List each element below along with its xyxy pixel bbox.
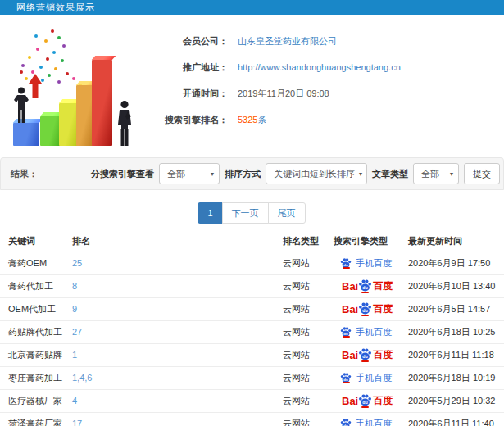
sort-filter-label: 排序方式 bbox=[225, 168, 261, 180]
engine-cell: Bai du 百度 bbox=[325, 389, 400, 412]
company-name-link[interactable]: 山东皇圣堂药业有限公司 bbox=[238, 35, 337, 48]
field-open-time: 开通时间： 2019年11月20日 09:08 bbox=[149, 80, 496, 106]
confetti-dot bbox=[66, 72, 69, 75]
engine-label: 百度 bbox=[373, 394, 393, 408]
engine-label: 手机百度 bbox=[356, 418, 392, 426]
confetti-dot bbox=[39, 66, 43, 69]
confetti-dot bbox=[57, 36, 61, 39]
engine-label: 百度 bbox=[373, 348, 393, 362]
keyword-cell: 膏药代加工 bbox=[0, 274, 64, 297]
baidu-redline-icon bbox=[361, 292, 369, 293]
confetti-dot bbox=[28, 56, 31, 59]
rank-link[interactable]: 1 bbox=[64, 343, 275, 366]
svg-text:du: du bbox=[362, 354, 367, 359]
rank-type-cell: 云网站 bbox=[275, 252, 325, 274]
rank-link[interactable]: 1,4,6 bbox=[64, 366, 275, 389]
field-url: 推广地址： http://www.shandonghuangshengtang.… bbox=[149, 54, 496, 80]
caret-down-icon: ▾ bbox=[359, 170, 362, 178]
engine-label: 百度 bbox=[373, 302, 393, 316]
mobile-baidu-logo: du 手机百度 bbox=[330, 372, 400, 384]
confetti-dot bbox=[57, 80, 61, 84]
baidu-paw-icon: du bbox=[340, 418, 352, 426]
confetti-dot bbox=[52, 51, 56, 54]
field-label: 推广地址： bbox=[149, 61, 228, 74]
company-info: 会员公司： 山东皇圣堂药业有限公司 推广地址： http://www.shand… bbox=[149, 23, 496, 156]
engine-cell: Bai du 百度 bbox=[325, 297, 400, 320]
pagination-next-button[interactable]: 下一页 bbox=[222, 202, 269, 224]
baidu-logo: Bai du 百度 bbox=[330, 347, 400, 362]
engine-cell: du 手机百度 bbox=[325, 320, 400, 343]
rank-type-cell: 云网站 bbox=[275, 389, 325, 412]
rank-link[interactable]: 27 bbox=[64, 320, 275, 343]
confetti-dot bbox=[62, 44, 66, 48]
baidu-paw-icon: du bbox=[358, 301, 372, 316]
rank-count-number: 5325 bbox=[238, 115, 257, 125]
field-label: 搜索引擎排名： bbox=[149, 114, 228, 126]
confetti-dot bbox=[20, 70, 23, 74]
table-row: OEM代加工9云网站Bai du 百度2020年6月5日 14:57 bbox=[0, 297, 504, 320]
table-row: 膏药代加工8云网站Bai du 百度2020年6月10日 13:40 bbox=[0, 274, 504, 297]
keyword-cell: 医疗器械厂家 bbox=[0, 389, 64, 412]
rank-link[interactable]: 25 bbox=[64, 252, 275, 274]
keyword-cell: 膏药OEM bbox=[0, 252, 64, 274]
topbar: 网络营销效果展示 bbox=[0, 0, 504, 15]
confetti-dot bbox=[61, 59, 64, 62]
engine-cell: Bai du 百度 bbox=[325, 343, 400, 366]
page-title: 网络营销效果展示 bbox=[16, 2, 95, 12]
sort-filter-value: 关键词由短到长排序 bbox=[274, 168, 355, 180]
baidu-wordmark: Bai bbox=[342, 395, 358, 407]
baidu-redline-icon bbox=[343, 267, 350, 269]
rank-type-cell: 云网站 bbox=[275, 274, 325, 297]
baidu-paw-icon: du bbox=[340, 257, 352, 270]
caret-down-icon: ▾ bbox=[211, 170, 214, 178]
baidu-logo: Bai du 百度 bbox=[330, 279, 400, 293]
promo-url-link[interactable]: http://www.shandonghuangshengtang.cn bbox=[238, 62, 401, 72]
businessman-left-icon bbox=[13, 87, 31, 125]
mobile-baidu-logo: du 手机百度 bbox=[330, 418, 400, 426]
article-type-label: 文章类型 bbox=[372, 168, 408, 180]
engine-filter-select[interactable]: 全部 ▾ bbox=[159, 163, 220, 184]
rank-type-cell: 云网站 bbox=[275, 343, 325, 366]
confetti-dot bbox=[51, 29, 54, 33]
rank-type-cell: 云网站 bbox=[275, 412, 325, 426]
baidu-paw-icon: du bbox=[358, 393, 372, 408]
chart-bar-blue bbox=[13, 123, 39, 146]
engine-cell: du 手机百度 bbox=[325, 366, 400, 389]
baidu-redline-icon bbox=[343, 336, 350, 338]
keyword-cell: 药贴牌代加工 bbox=[0, 320, 64, 343]
rank-link[interactable]: 4 bbox=[64, 389, 275, 412]
baidu-wordmark: Bai bbox=[342, 280, 358, 292]
article-type-select[interactable]: 全部 ▾ bbox=[413, 163, 459, 184]
table-row: 北京膏药贴牌1云网站Bai du 百度2020年6月11日 11:18 bbox=[0, 343, 504, 366]
update-time-cell: 2020年6月18日 10:25 bbox=[400, 320, 504, 343]
engine-label: 手机百度 bbox=[356, 257, 392, 270]
bar-chart-illustration bbox=[3, 23, 149, 152]
baidu-logo: Bai du 百度 bbox=[330, 393, 400, 408]
confetti-dot bbox=[54, 67, 57, 70]
businessman-right-icon bbox=[115, 100, 134, 147]
svg-text:du: du bbox=[362, 308, 367, 313]
baidu-logo: Bai du 百度 bbox=[330, 301, 400, 316]
rank-link[interactable]: 8 bbox=[64, 274, 275, 297]
keyword-cell: 北京膏药贴牌 bbox=[0, 343, 64, 366]
rank-link[interactable]: 9 bbox=[64, 297, 275, 320]
engine-filter-label: 分搜索引擎查看 bbox=[91, 168, 154, 180]
confetti-dot bbox=[36, 48, 39, 51]
engine-label: 百度 bbox=[373, 279, 393, 293]
sort-filter-select[interactable]: 关键词由短到长排序 ▾ bbox=[266, 163, 367, 184]
pagination-last-button[interactable]: 尾页 bbox=[268, 202, 306, 224]
rank-link[interactable]: 17 bbox=[64, 412, 275, 426]
mobile-baidu-logo: du 手机百度 bbox=[330, 326, 400, 338]
header-engine-type: 搜索引擎类型 bbox=[325, 231, 400, 252]
submit-button[interactable]: 提交 bbox=[464, 163, 500, 184]
field-label: 开通时间： bbox=[149, 88, 228, 100]
svg-text:du: du bbox=[343, 331, 348, 335]
header-keyword: 关键词 bbox=[0, 231, 64, 252]
info-section: 会员公司： 山东皇圣堂药业有限公司 推广地址： http://www.shand… bbox=[0, 15, 504, 156]
baidu-paw-icon: du bbox=[340, 326, 352, 338]
baidu-redline-icon bbox=[361, 406, 369, 408]
update-time-cell: 2020年6月5日 14:57 bbox=[400, 297, 504, 320]
field-rank-count: 搜索引擎排名： 5325条 bbox=[149, 106, 496, 133]
results-table: 关键词 排名 排名类型 搜索引擎类型 最新更新时间 膏药OEM25云网站 du … bbox=[0, 231, 504, 426]
pagination-current-page[interactable]: 1 bbox=[198, 202, 222, 224]
